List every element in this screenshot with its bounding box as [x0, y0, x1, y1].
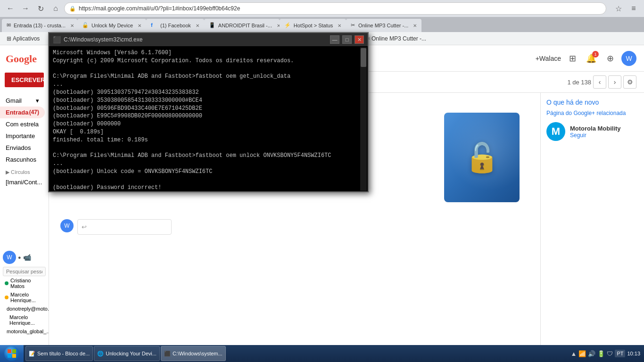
cmd-titlebar[interactable]: ⬛ C:\Windows\system32\cmd.exe — □ ✕	[49, 33, 368, 46]
tab-unlock[interactable]: 🔓 Unlock My Device ✕	[77, 19, 146, 32]
contact-name-5: motorola_global_...	[7, 329, 49, 334]
tray-up-icon[interactable]: ▲	[571, 350, 577, 357]
reply-input[interactable]: ↩	[77, 219, 172, 235]
add-account-icon[interactable]: ⊕	[603, 51, 618, 66]
back-button[interactable]: ←	[4, 2, 17, 15]
tab-label-mp3: Online MP3 Cutter -...	[358, 23, 408, 28]
language-indicator[interactable]: PT	[615, 350, 625, 357]
home-button[interactable]: ⌂	[49, 2, 62, 15]
tab-close-hotspot[interactable]: ✕	[338, 23, 341, 28]
tab-close-mp3[interactable]: ✕	[413, 23, 417, 28]
taskbar-item-cmd[interactable]: ⬛ C:\Windows\system...	[161, 346, 226, 361]
taskbar-notepad-label: Sem título - Bloco de...	[37, 351, 90, 356]
sidebar-item-starred[interactable]: Com estrela	[0, 118, 45, 130]
suggestion-name: Motorola Mobility	[570, 125, 621, 132]
chat-contact-5[interactable]: motorola_global_...	[3, 327, 46, 336]
forward-button[interactable]: →	[19, 2, 32, 15]
tray-battery-icon[interactable]: 🔋	[597, 350, 605, 357]
tray-volume-icon[interactable]: 🔊	[588, 350, 595, 357]
chat-contact-4[interactable]: Marcelo Henrique...	[3, 313, 46, 327]
svg-rect-0	[8, 349, 11, 353]
whats-new-link[interactable]: O que há de novo	[546, 99, 638, 106]
tabs-bar: ✉ Entrada (13) - crusta... ✕ 🔓 Unlock My…	[0, 17, 644, 32]
sidebar-section-circles: ▶ Círculos	[0, 165, 49, 176]
sidebar-item-imani[interactable]: [Imani/Cont...	[0, 176, 49, 188]
sidebar-gmail-label: Gmail	[6, 97, 22, 104]
sidebar-item-sent[interactable]: Enviados	[0, 142, 45, 154]
gplus-link[interactable]: Página do Google+ relacionada	[546, 110, 638, 116]
cmd-scroll-thumb[interactable]	[361, 48, 366, 67]
tray-shield-icon[interactable]: 🛡	[607, 350, 613, 357]
sidebar-drafts-label: Rascunhos	[6, 156, 36, 163]
lock-symbol: 🔓	[464, 141, 500, 174]
sidebar-inbox-label: Entrada	[6, 109, 28, 116]
reply-area: W ↩	[60, 219, 529, 235]
cmd-scrollbar[interactable]	[360, 47, 367, 191]
reply-avatar: W	[60, 219, 74, 232]
video-call-icon[interactable]: 📹	[23, 254, 31, 261]
tab-hotspot[interactable]: ⚡ HotSpot > Status ✕	[280, 19, 346, 32]
bookmark-mp3-label: Online MP3 Cutter -...	[372, 35, 426, 42]
user-chat-avatar: W	[3, 251, 16, 264]
sidebar-important-label: Importante	[6, 132, 35, 140]
bookmark-apps[interactable]: ⊞ Aplicativos	[4, 34, 42, 43]
bookmark-star-button[interactable]: ☆	[612, 2, 625, 15]
sidebar-item-inbox[interactable]: Entrada (47)	[0, 107, 45, 118]
tray-network-icon[interactable]: 📶	[578, 350, 586, 357]
cmd-minimize-button[interactable]: —	[330, 35, 339, 44]
contact-name-1: Cristiano Matos	[10, 278, 44, 289]
menu-button[interactable]: ≡	[627, 2, 640, 15]
tab-close-facebook[interactable]: ✕	[196, 23, 199, 28]
address-bar[interactable]: 🔒 https://mail.google.com/mail/u/0/?pli=…	[64, 2, 606, 15]
chat-contact-3[interactable]: donotreply@moto...	[3, 304, 46, 313]
sidebar-item-important[interactable]: Importante	[0, 130, 45, 142]
user-avatar[interactable]: W	[621, 51, 636, 66]
chat-search-input[interactable]	[3, 267, 46, 276]
tab-close-unlock[interactable]: ✕	[138, 23, 141, 28]
start-button[interactable]	[0, 345, 24, 362]
chat-contact-2[interactable]: Marcelo Henrique...	[3, 290, 46, 304]
chat-contact-1[interactable]: Cristiano Matos	[3, 276, 46, 290]
contact-name-2: Marcelo Henrique...	[10, 292, 44, 303]
taskbar-right: ▲ 📶 🔊 🔋 🛡 PT 10:13	[567, 350, 644, 357]
cmd-title: C:\Windows\system32\cmd.exe	[64, 36, 327, 43]
start-orb	[4, 346, 19, 361]
tab-label-unlock: Unlock My Device	[91, 23, 133, 28]
cmd-icon: ⬛	[53, 36, 61, 43]
tab-label-hotspot: HotSpot > Status	[294, 23, 333, 28]
taskbar-item-notepad[interactable]: 📝 Sem título - Bloco de...	[25, 346, 93, 361]
sidebar-item-gmail[interactable]: Gmail ▾	[0, 95, 45, 107]
notifications-icon[interactable]: 🔔 1	[584, 51, 599, 66]
compose-button[interactable]: ESCREVER	[5, 73, 44, 87]
contact-name-3: donotreply@moto...	[7, 306, 49, 312]
sidebar-inbox-count: (47)	[29, 109, 39, 116]
sidebar-item-drafts[interactable]: Rascunhos	[0, 154, 45, 165]
settings-button[interactable]: ⚙	[623, 75, 636, 89]
tab-facebook[interactable]: f (1) Facebook ✕	[146, 19, 204, 32]
bookmark-mp3[interactable]: ✂ Online MP3 Cutter -...	[363, 34, 429, 43]
pager-next-button[interactable]: ›	[608, 75, 621, 89]
cmd-maximize-button[interactable]: □	[342, 35, 352, 44]
reload-button[interactable]: ↻	[34, 2, 47, 15]
reply-icon: ↩	[82, 223, 87, 230]
header-right: +Walace ⊞ 🔔 1 ⊕ W	[536, 51, 636, 66]
taskbar-cmd-label: C:\Windows\system...	[173, 351, 223, 356]
tab-mp3[interactable]: ✂ Online MP3 Cutter -... ✕	[346, 19, 421, 32]
chat-avatar-row: W ● 📹	[3, 251, 46, 264]
taskbar-browser-icon: 🌐	[97, 351, 104, 357]
taskbar-items: 📝 Sem título - Bloco de... 🌐 Unlocking Y…	[24, 346, 567, 361]
tab-close-gmail[interactable]: ✕	[70, 23, 74, 28]
cmd-window[interactable]: ⬛ C:\Windows\system32\cmd.exe — □ ✕ Micr…	[48, 32, 369, 192]
sidebar-starred-label: Com estrela	[6, 121, 39, 128]
taskbar-item-browser[interactable]: 🌐 Unlocking Your Devi...	[94, 346, 160, 361]
tab-gmail[interactable]: ✉ Entrada (13) - crusta... ✕	[2, 19, 77, 32]
apps-icon[interactable]: ⊞	[565, 51, 580, 66]
pager-prev-button[interactable]: ‹	[593, 75, 606, 89]
motorola-avatar: M	[546, 122, 565, 141]
tab-close-androidpit[interactable]: ✕	[277, 23, 280, 28]
follow-button[interactable]: Seguir	[570, 132, 586, 139]
chat-section: W ● 📹 Cristiano Matos Marcelo Henrique..…	[0, 248, 49, 338]
taskbar: 📝 Sem título - Bloco de... 🌐 Unlocking Y…	[0, 345, 644, 362]
tab-androidpit[interactable]: 📱 ANDROIDPIT Brasil -... ✕	[204, 19, 280, 32]
cmd-close-button[interactable]: ✕	[355, 35, 364, 44]
